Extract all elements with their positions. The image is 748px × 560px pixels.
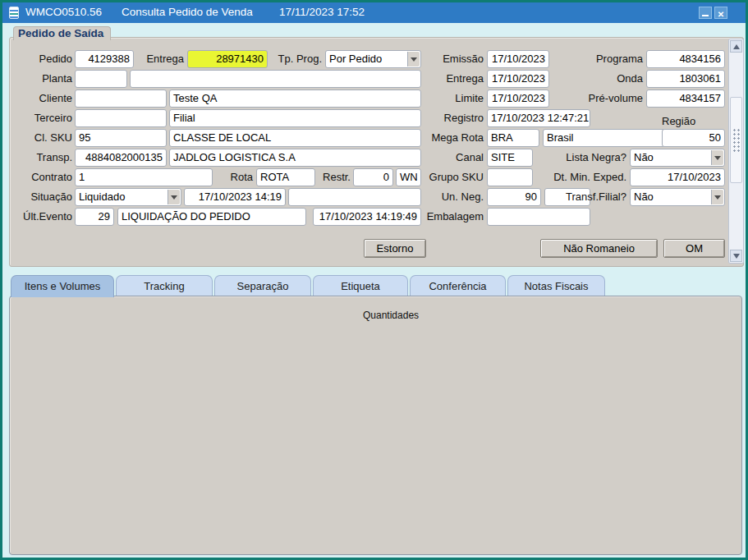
tab-content-panel [9,296,742,555]
minimize-icon [702,15,709,16]
registro-field[interactable]: 17/10/2023 12:47:21 [487,109,590,127]
regiao-label: Região [662,112,727,131]
terceiro-code-field[interactable] [75,109,167,127]
rota-field[interactable]: ROTA [256,168,315,186]
entrega-dt-label: Entrega [428,70,484,88]
terceiro-desc-field[interactable]: Filial [169,109,421,127]
scroll-thumb[interactable] [730,97,742,183]
mega-rota-code-field[interactable]: BRA [487,129,539,147]
quantidades-group-label: Quantidades [358,310,424,321]
om-button[interactable]: OM [663,239,725,258]
pedido-label: Pedido [7,50,72,68]
onda-label: Onda [577,70,643,88]
ult-evento-code-field[interactable]: 29 [75,208,114,226]
un-neg-label: Un. Neg. [428,188,484,206]
situacao-value: Liquidado [79,189,166,205]
programa-field[interactable]: 4834156 [646,50,725,68]
close-icon [718,6,724,21]
window-datetime: 17/11/2023 17:52 [279,6,365,18]
tab-etiqueta[interactable]: Etiqueta [313,275,408,296]
window-icon [9,7,19,19]
dropdown-arrow-icon[interactable] [167,190,180,204]
emissao-field[interactable]: 17/10/2023 [487,50,549,68]
cl-sku-code-field[interactable]: 95 [75,129,167,147]
lista-negra-value: Não [634,149,709,166]
regiao-field[interactable]: 50 [662,129,725,147]
rota-label: Rota [226,168,253,186]
limite-label: Limite [428,90,484,108]
cl-sku-label: Cl. SKU [7,129,72,147]
close-button[interactable] [714,7,727,19]
programa-label: Programa [577,50,643,68]
tab-notas-fiscais[interactable]: Notas Fiscais [507,275,605,296]
window-title: Consulta Pedido de Venda [122,6,253,18]
contrato-field[interactable]: 1 [75,168,213,186]
cliente-code-field[interactable] [75,90,167,108]
estorno-button[interactable]: Estorno [364,239,426,258]
minimize-button[interactable] [699,7,712,19]
entrega-dt-field[interactable]: 17/10/2023 [487,70,549,88]
grupo-sku-field[interactable] [487,168,533,186]
situacao-select[interactable]: Liquidado [75,188,181,206]
pre-volume-field[interactable]: 4834157 [646,90,725,108]
tab-separacao[interactable]: Separação [214,275,311,296]
tp-prog-select[interactable]: Por Pedido [325,50,421,68]
mega-rota-label: Mega Rota [417,129,484,147]
tp-prog-value: Por Pedido [329,51,406,67]
restr-label: Restr. [319,168,351,186]
title-bar: WMCO0510.56 Consulta Pedido de Venda 17/… [2,2,746,23]
planta-desc-field[interactable] [130,70,421,88]
entrega-label: Entrega [136,50,184,68]
tab-itens-e-volumes[interactable]: Itens e Volumes [11,275,114,297]
transf-filial-select[interactable]: Não [630,188,725,206]
planta-code-field[interactable] [75,70,127,88]
mega-rota-desc-field[interactable]: Brasil [543,129,676,147]
dt-min-exped-field[interactable]: 17/10/2023 [630,168,725,186]
tp-prog-label: Tp. Prog. [269,50,322,68]
ult-evento-date-field[interactable]: 17/10/2023 14:19:49 [313,208,421,226]
transp-label: Transp. [7,149,72,167]
limite-field[interactable]: 17/10/2023 [487,90,549,108]
order-group-title: Pedido de Saída [13,26,111,40]
restr2-field[interactable]: WN [396,168,421,186]
grupo-sku-label: Grupo SKU [428,168,484,186]
transf-filial-label: Transf.Filial? [540,188,626,206]
cliente-label: Cliente [7,90,72,108]
cliente-desc-field[interactable]: Teste QA [169,90,421,108]
lista-negra-select[interactable]: Não [630,149,725,167]
order-scrollbar[interactable] [728,39,744,264]
cl-sku-desc-field[interactable]: CLASSE DE LOCAL [169,129,421,147]
lista-negra-label: Lista Negra? [540,149,626,167]
transp-desc-field[interactable]: JADLOG LOGISTICA S.A [169,149,421,167]
pre-volume-label: Pré-volume [577,90,643,108]
dt-min-exped-label: Dt. Min. Exped. [540,168,626,186]
tab-conferencia[interactable]: Conferência [410,275,506,296]
onda-field[interactable]: 1803061 [646,70,725,88]
canal-label: Canal [428,149,484,167]
pedido-field[interactable]: 4129388 [75,50,134,68]
entrega-field[interactable]: 28971430 [187,50,268,68]
scroll-up-button[interactable] [730,40,742,53]
transp-code-field[interactable]: 4884082000135 [75,149,167,167]
nao-romaneio-button[interactable]: Não Romaneio [540,239,658,258]
contrato-label: Contrato [7,168,72,186]
ult-evento-label: Últ.Evento [7,208,72,226]
dropdown-arrow-icon[interactable] [711,150,723,165]
dropdown-arrow-icon[interactable] [711,190,723,204]
situacao-date-field[interactable]: 17/10/2023 14:19 [184,188,286,206]
window-code: WMCO0510.56 [25,6,102,18]
ult-evento-desc-field[interactable]: LIQUIDAÇÃO DO PEDIDO [117,208,306,226]
registro-label: Registro [428,109,484,127]
tab-tracking[interactable]: Tracking [116,275,213,296]
situacao-label: Situação [7,188,72,206]
canal-field[interactable]: SITE [487,149,533,167]
app-window: WMCO0510.56 Consulta Pedido de Venda 17/… [0,0,748,560]
transf-filial-value: Não [634,189,709,205]
planta-label: Planta [7,70,72,88]
situacao-extra-field[interactable] [288,188,421,206]
scroll-down-button[interactable] [730,250,742,262]
restr-field[interactable]: 0 [353,168,393,186]
un-neg-field[interactable]: 90 [487,188,541,206]
dropdown-arrow-icon[interactable] [407,52,420,67]
embalagem-field[interactable] [487,208,590,226]
